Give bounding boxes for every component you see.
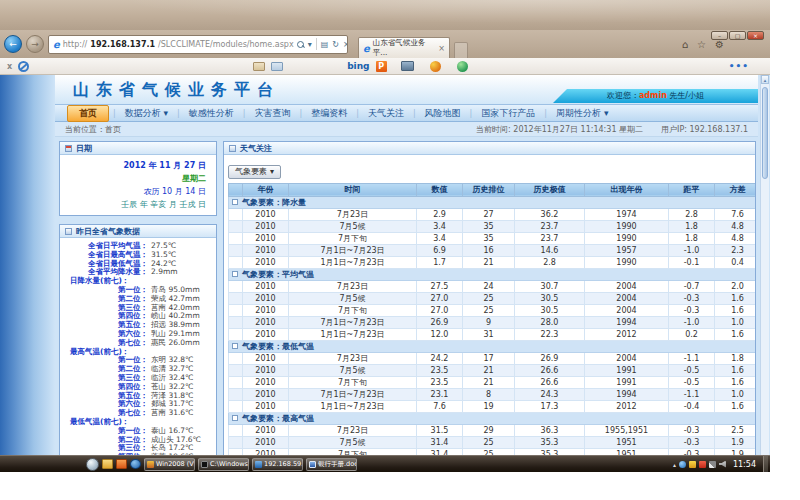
minimize-button-icon[interactable]: –	[711, 31, 728, 40]
stop-icon[interactable]: ×	[343, 40, 348, 49]
element-group-row: 气象要素：降水量	[229, 196, 757, 208]
table-cell: 1.6	[715, 400, 757, 412]
block-popup-icon[interactable]	[18, 61, 29, 72]
pinned-app-icon[interactable]	[116, 459, 127, 469]
group-checkbox[interactable]	[232, 271, 238, 277]
colorful-addon-icon[interactable]	[430, 61, 441, 72]
table-cell: 21	[463, 256, 515, 268]
search-icon[interactable]	[297, 41, 304, 48]
nav-item-8[interactable]: 周期性分析 ▾	[547, 107, 617, 120]
p-addon-icon[interactable]: P	[376, 61, 387, 72]
back-button-icon[interactable]: ←	[4, 35, 22, 53]
column-header: 数值	[417, 183, 463, 196]
taskbar-window-button[interactable]: Win2008 (VS2...	[144, 458, 195, 471]
table-cell: 2010	[243, 400, 289, 412]
table-cell: 17	[463, 352, 515, 364]
show-desktop-button[interactable]	[763, 456, 768, 473]
explorer-folder-icon[interactable]	[102, 459, 113, 469]
weather-data-table: 年份时间数值历史排位历史极值出现年份距平方差 气象要素：降水量20107月23日…	[228, 183, 756, 470]
globe-addon-icon[interactable]	[457, 61, 468, 72]
addon-close-label[interactable]: x	[7, 62, 12, 71]
vertical-scrollbar[interactable]: ▴ ▾	[760, 75, 769, 472]
table-cell: 7.6	[417, 400, 463, 412]
taskbar-window-button[interactable]: 银行手册.docx ..	[306, 458, 357, 471]
window-titlebar	[0, 0, 770, 30]
taskbar-window-button[interactable]: 192.168.59.99...	[252, 458, 303, 471]
new-tab-button[interactable]	[454, 42, 468, 58]
tray-action-center-icon[interactable]	[699, 461, 706, 468]
group-title: 气象要素：最高气温	[242, 414, 314, 423]
scrollbar-thumb[interactable]	[762, 87, 768, 179]
table-cell: 2.5	[715, 424, 757, 436]
nav-item-7[interactable]: 国家下行产品	[472, 107, 544, 120]
home-icon[interactable]: ⌂	[682, 39, 688, 50]
table-cell: 7月下旬	[289, 304, 417, 316]
nav-item-5[interactable]: 天气关注	[359, 107, 413, 120]
yesterday-weather-panel: 昨日全省气象数据 全省日平均气温：27.5℃全省日最高气温：31.5℃全省日最低…	[59, 224, 217, 469]
table-cell: 24.2	[417, 352, 463, 364]
refresh-icon[interactable]: ↻	[332, 40, 339, 49]
row-lead-cell	[229, 208, 243, 220]
element-filter-button[interactable]: 气象要素 ▾	[228, 165, 281, 179]
compatibility-view-icon[interactable]: ▤	[321, 40, 329, 49]
nav-item-4[interactable]: 整编资料	[302, 107, 356, 120]
tab-close-icon[interactable]: ×	[438, 44, 445, 53]
table-cell: 2.3	[715, 244, 757, 256]
close-button-icon[interactable]: ×	[747, 31, 764, 40]
message-card-icon[interactable]	[271, 62, 283, 71]
group-checkbox[interactable]	[232, 343, 238, 349]
table-cell: 1.6	[715, 328, 757, 340]
bing-logo[interactable]: bing	[347, 61, 369, 71]
element-group-row: 气象要素：最低气温	[229, 340, 757, 352]
table-cell: 0.2	[669, 328, 715, 340]
table-cell: 1974	[585, 208, 669, 220]
nav-item-1[interactable]: 数据分析 ▾	[116, 107, 177, 120]
table-cell: 14.6	[515, 244, 585, 256]
element-group-row: 气象要素：平均气温	[229, 268, 757, 280]
nav-item-2[interactable]: 敏感性分析	[180, 107, 243, 120]
table-cell: 27.5	[417, 280, 463, 292]
favorites-star-icon[interactable]: ☆	[697, 39, 706, 50]
tray-network-icon[interactable]	[709, 461, 716, 468]
table-cell: 30.7	[515, 280, 585, 292]
row-lead-cell	[229, 256, 243, 268]
maximize-button-icon[interactable]: ▢	[729, 31, 746, 40]
taskbar-window-button[interactable]: C:\Windows\s...	[198, 458, 249, 471]
more-addons-icon[interactable]: •••	[729, 61, 749, 71]
url-path: /SLCCLIMATE/modules/home.aspx	[158, 40, 294, 49]
table-cell: 24	[463, 280, 515, 292]
nav-item-6[interactable]: 风险地图	[416, 107, 470, 120]
tools-gear-icon[interactable]: ⚙	[715, 39, 724, 50]
snapshot-addon-icon[interactable]	[401, 61, 414, 71]
table-cell: -0.5	[669, 364, 715, 376]
column-header: 方差	[715, 183, 757, 196]
table-cell: 1.7	[417, 256, 463, 268]
table-cell: 19	[463, 400, 515, 412]
table-cell: 1951	[585, 436, 669, 448]
search-caret-icon[interactable]: ▾	[308, 40, 312, 49]
table-cell: 23.5	[417, 364, 463, 376]
row-lead-cell	[229, 376, 243, 388]
tray-up-arrow-icon[interactable]: ▴	[673, 461, 676, 468]
media-player-icon[interactable]	[130, 459, 141, 469]
group-checkbox[interactable]	[232, 199, 238, 205]
tray-help-icon[interactable]	[679, 461, 686, 468]
tray-volume-icon[interactable]	[719, 461, 726, 468]
group-checkbox[interactable]	[232, 415, 238, 421]
start-button[interactable]	[86, 458, 99, 471]
table-cell: 1990	[585, 256, 669, 268]
table-cell: 26.6	[515, 364, 585, 376]
table-cell: 2004	[585, 280, 669, 292]
mail-card-icon[interactable]	[253, 62, 265, 71]
scroll-up-icon[interactable]: ▴	[761, 75, 769, 84]
nav-item-0[interactable]: 首页	[67, 105, 109, 122]
table-cell: -0.3	[669, 424, 715, 436]
table-cell: 1994	[585, 316, 669, 328]
table-cell: 1.8	[669, 232, 715, 244]
address-bar[interactable]: e http://192.168.137.1/SLCCLIMATE/module…	[48, 35, 348, 54]
browser-tab[interactable]: e 山东省气候业务平... ×	[358, 37, 450, 58]
nav-item-3[interactable]: 灾害查询	[246, 107, 300, 120]
forward-button-icon[interactable]: →	[26, 35, 44, 53]
tray-update-icon[interactable]	[689, 461, 696, 468]
taskbar-clock[interactable]: 11:54	[729, 460, 760, 469]
